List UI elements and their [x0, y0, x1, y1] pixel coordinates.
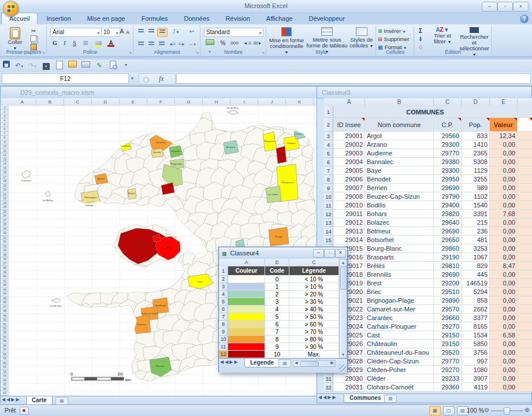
print-preview-icon[interactable] — [108, 61, 118, 70]
align-center-icon[interactable] — [147, 40, 156, 49]
classeur4-cell[interactable]: 8 — [265, 336, 289, 343]
map-row-header[interactable]: 55 — [1, 339, 9, 343]
classeur3-cell[interactable]: 236 — [462, 227, 490, 236]
classeur3-cell[interactable] — [518, 175, 532, 184]
classeur3-cell[interactable]: 29400 — [434, 201, 462, 210]
classeur3-cell[interactable]: 29270 — [434, 366, 462, 374]
classeur4-column-header[interactable]: B — [265, 259, 289, 266]
classeur3-cell[interactable]: 29002 — [333, 140, 365, 149]
redo-icon[interactable]: ↷▼ — [28, 61, 38, 70]
classeur3-header-id-insee[interactable]: ID Insee — [333, 118, 365, 132]
classeur3-cell[interactable] — [518, 201, 532, 210]
classeur4-window[interactable]: ▦ Classeur4 – ▫ × ABC 1CouleurCodeLégend… — [218, 247, 348, 373]
classeur3-cell[interactable]: 8165 — [462, 322, 490, 331]
map-row-header[interactable]: 32 — [1, 240, 9, 244]
classeur3-cell[interactable] — [518, 331, 532, 340]
classeur3-cell[interactable]: Brasparts — [365, 253, 434, 262]
classeur3-cell[interactable]: 1540 — [462, 201, 490, 210]
classeur3-cell[interactable]: Bourg-Blanc — [365, 244, 434, 253]
classeur3-cell[interactable]: Botmeur — [365, 227, 434, 236]
classeur3-cell[interactable]: Bodilis — [365, 201, 434, 210]
map-row-headers[interactable]: 1234567891011121314151617181920212223242… — [1, 106, 9, 396]
classeur4-cell[interactable]: > 10 % — [289, 283, 339, 291]
classeur3-row-header[interactable]: 32 — [324, 383, 333, 392]
classeur3-cell[interactable]: Baye — [365, 166, 434, 175]
undo-icon[interactable]: ↶▼ — [14, 61, 24, 70]
classeur4-cell[interactable]: > 90 % — [289, 343, 339, 351]
classeur3-cell[interactable]: Arzano — [365, 140, 434, 149]
map-row-header[interactable]: 16 — [1, 170, 9, 174]
map-row-header[interactable]: 25 — [1, 210, 9, 214]
classeur3-cell[interactable]: 215 — [462, 218, 490, 227]
map-sheet-nav-buttons[interactable]: ◀◀▶▶ — [2, 397, 21, 402]
classeur3-cell[interactable]: 0,00 — [490, 201, 518, 210]
classeur4-row-header[interactable]: 3 — [219, 283, 228, 291]
normal-view-button[interactable]: ▦ — [429, 406, 441, 415]
classeur4-cell[interactable]: 5 — [265, 313, 289, 321]
classeur3-cell[interactable] — [518, 236, 532, 244]
classeur3-cell[interactable] — [518, 270, 532, 279]
title-bar[interactable]: Microsoft Excel – ▫ × — [0, 0, 532, 13]
map-column-header[interactable]: F — [147, 98, 175, 106]
classeur4-cell[interactable]: > 30 % — [289, 298, 339, 306]
classeur3-cell[interactable] — [518, 140, 532, 149]
map-row-header[interactable]: 50 — [1, 318, 9, 322]
classeur3-cell[interactable]: 0,00 — [490, 305, 518, 314]
classeur4-restore-button[interactable]: ▫ — [324, 249, 335, 258]
map-row-header[interactable]: 3 — [1, 114, 9, 118]
classeur3-cell[interactable] — [518, 262, 532, 270]
classeur3-cell[interactable]: 29890 — [434, 296, 462, 305]
classeur3-cell[interactable] — [518, 158, 532, 166]
zoom-in-icon[interactable]: ⊕ — [524, 406, 530, 413]
classeur3-cell[interactable]: 3907 — [462, 374, 490, 383]
map-row-header[interactable]: 41 — [1, 279, 9, 283]
underline-button[interactable]: S — [70, 39, 79, 47]
classeur4-cell[interactable]: 9 — [265, 343, 289, 351]
classeur3-row-header[interactable]: 13 — [324, 218, 333, 227]
classeur3-cell[interactable]: 0,00 — [490, 322, 518, 331]
map-row-header[interactable]: 8 — [1, 136, 9, 140]
maximize-button[interactable]: ▫ — [497, 2, 513, 12]
map-row-header[interactable]: 40 — [1, 274, 9, 278]
classeur3-cell[interactable]: 29560 — [434, 132, 462, 140]
classeur3-row-header[interactable]: 14 — [324, 227, 333, 236]
classeur3-cell[interactable]: 833 — [462, 132, 490, 140]
map-column-header[interactable]: B — [36, 98, 64, 106]
classeur3-column-header[interactable]: D — [462, 98, 490, 106]
map-row-header[interactable]: 67 — [1, 391, 9, 395]
classeur3-cell[interactable]: 29300 — [434, 166, 462, 175]
classeur4-cell[interactable]: > 20 % — [289, 291, 339, 298]
classeur3-cell[interactable]: 0,00 — [490, 166, 518, 175]
classeur4-row-header[interactable]: 6 — [219, 306, 228, 313]
map-insert-sheet-tab[interactable]: ▦ — [55, 397, 68, 405]
classeur4-cell[interactable]: 6 — [265, 321, 289, 328]
classeur4-row-header[interactable]: 7 — [219, 313, 228, 321]
qat-customize-icon[interactable]: ▾ — [121, 61, 131, 70]
map-row-header[interactable]: 48 — [1, 309, 9, 313]
classeur3-cell[interactable]: 1067 — [462, 253, 490, 262]
map-row-header[interactable]: 38 — [1, 266, 9, 270]
classeur4-cell[interactable]: Max. — [289, 351, 339, 358]
classeur3-cell[interactable]: 29690 — [434, 227, 462, 236]
map-row-header[interactable]: 24 — [1, 205, 9, 209]
classeur4-column-header[interactable]: C — [289, 259, 339, 266]
classeur3-header-pop-[interactable]: Pop. — [462, 118, 490, 132]
map-row-header[interactable]: 2 — [1, 110, 9, 114]
classeur3-cell[interactable]: 3253 — [462, 244, 490, 253]
map-row-header[interactable]: 65 — [1, 382, 9, 387]
classeur3-insert-sheet-tab[interactable]: ▦ — [384, 395, 397, 403]
classeur3-cell[interactable]: 29860 — [434, 244, 462, 253]
classeur3-cell[interactable]: 0,00 — [490, 149, 518, 158]
map-row-header[interactable]: 29 — [1, 227, 9, 231]
classeur3-cell[interactable] — [518, 253, 532, 262]
classeur3-cell[interactable]: 29360 — [434, 383, 462, 392]
classeur4-cell[interactable]: 7 — [265, 328, 289, 336]
classeur3-header-valeur[interactable]: Valeur — [490, 118, 518, 132]
classeur3-row-header[interactable]: 4 — [324, 140, 333, 149]
classeur3-cell[interactable]: 29820 — [434, 210, 462, 218]
classeur3-cell[interactable]: 1080 — [462, 366, 490, 374]
classeur4-row-header[interactable]: 10 — [219, 336, 228, 343]
classeur3-row-header[interactable]: 15 — [324, 236, 333, 244]
classeur3-column-header[interactable]: C — [434, 98, 462, 106]
classeur4-row-header[interactable]: 1 — [219, 266, 228, 276]
